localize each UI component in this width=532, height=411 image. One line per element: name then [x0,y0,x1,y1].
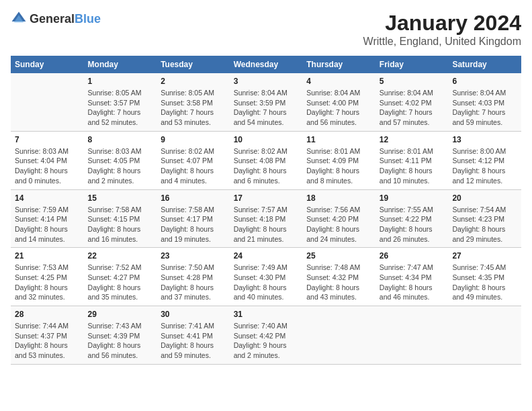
day-info: Sunrise: 7:52 AMSunset: 4:27 PMDaylight:… [88,263,153,302]
day-number: 31 [234,310,299,319]
calendar-cell: 15Sunrise: 7:58 AMSunset: 4:15 PMDayligh… [84,189,157,248]
calendar-cell: 5Sunrise: 8:04 AMSunset: 4:02 PMDaylight… [375,73,449,131]
calendar-cell [448,306,521,365]
day-info: Sunrise: 7:45 AMSunset: 4:35 PMDaylight:… [452,263,517,302]
day-number: 5 [380,77,445,86]
calendar-cell: 30Sunrise: 7:41 AMSunset: 4:41 PMDayligh… [157,306,230,365]
day-info: Sunrise: 8:04 AMSunset: 4:02 PMDaylight:… [380,88,445,128]
calendar-cell: 2Sunrise: 8:05 AMSunset: 3:58 PMDaylight… [157,73,230,131]
day-info: Sunrise: 8:02 AMSunset: 4:08 PMDaylight:… [234,146,299,186]
day-header: Thursday [302,56,375,73]
day-info: Sunrise: 8:03 AMSunset: 4:05 PMDaylight:… [88,146,153,186]
day-number: 14 [15,193,80,203]
day-number: 17 [234,193,299,203]
day-number: 10 [234,135,299,144]
day-number: 19 [380,193,445,203]
calendar-week-row: 1Sunrise: 8:05 AMSunset: 3:57 PMDaylight… [11,73,521,131]
day-info: Sunrise: 7:40 AMSunset: 4:42 PMDaylight:… [234,321,299,361]
day-number: 2 [161,77,226,86]
day-header: Tuesday [157,56,230,73]
day-info: Sunrise: 7:54 AMSunset: 4:23 PMDaylight:… [452,205,517,244]
day-info: Sunrise: 7:59 AMSunset: 4:14 PMDaylight:… [15,205,80,244]
day-number: 27 [452,251,517,261]
day-header: Monday [84,56,157,73]
calendar-cell: 10Sunrise: 8:02 AMSunset: 4:08 PMDayligh… [230,131,303,189]
day-number: 18 [306,193,371,203]
day-info: Sunrise: 7:47 AMSunset: 4:34 PMDaylight:… [380,263,445,302]
day-number: 1 [88,77,153,86]
calendar-cell: 12Sunrise: 8:01 AMSunset: 4:11 PMDayligh… [375,131,449,189]
day-number: 23 [161,251,226,261]
day-info: Sunrise: 7:58 AMSunset: 4:17 PMDaylight:… [161,205,226,244]
day-number: 25 [306,251,371,261]
day-number: 20 [452,193,517,203]
calendar-cell: 4Sunrise: 8:04 AMSunset: 4:00 PMDaylight… [302,73,375,131]
day-info: Sunrise: 7:58 AMSunset: 4:15 PMDaylight:… [88,205,153,244]
logo-general: GeneralBlue [30,12,101,26]
header: GeneralBlue January 2024 Writtle, Englan… [11,11,521,48]
calendar-cell: 16Sunrise: 7:58 AMSunset: 4:17 PMDayligh… [157,189,230,248]
day-info: Sunrise: 8:01 AMSunset: 4:09 PMDaylight:… [306,146,371,186]
calendar-cell: 14Sunrise: 7:59 AMSunset: 4:14 PMDayligh… [11,189,84,248]
day-number: 26 [380,251,445,261]
day-number: 15 [88,193,153,203]
calendar-cell: 31Sunrise: 7:40 AMSunset: 4:42 PMDayligh… [230,306,303,365]
day-number: 16 [161,193,226,203]
calendar-cell: 25Sunrise: 7:48 AMSunset: 4:32 PMDayligh… [302,248,375,306]
calendar-cell: 1Sunrise: 8:05 AMSunset: 3:57 PMDaylight… [84,73,157,131]
day-number: 9 [161,135,226,144]
day-number: 21 [15,251,80,261]
day-number: 24 [234,251,299,261]
day-info: Sunrise: 7:44 AMSunset: 4:37 PMDaylight:… [15,321,80,361]
calendar-cell [11,73,84,131]
main-title: January 2024 [363,11,521,36]
calendar-cell [375,306,449,365]
day-info: Sunrise: 8:00 AMSunset: 4:12 PMDaylight:… [452,146,517,186]
logo-icon [11,11,27,27]
day-info: Sunrise: 8:04 AMSunset: 4:00 PMDaylight:… [306,88,371,128]
calendar-cell: 22Sunrise: 7:52 AMSunset: 4:27 PMDayligh… [84,248,157,306]
title-area: January 2024 Writtle, England, United Ki… [363,11,521,48]
day-info: Sunrise: 8:04 AMSunset: 4:03 PMDaylight:… [452,88,517,128]
calendar-cell: 9Sunrise: 8:02 AMSunset: 4:07 PMDaylight… [157,131,230,189]
calendar-cell: 17Sunrise: 7:57 AMSunset: 4:18 PMDayligh… [230,189,303,248]
day-info: Sunrise: 7:41 AMSunset: 4:41 PMDaylight:… [161,321,226,361]
day-number: 4 [306,77,371,86]
calendar-cell: 20Sunrise: 7:54 AMSunset: 4:23 PMDayligh… [448,189,521,248]
calendar-header-row: SundayMondayTuesdayWednesdayThursdayFrid… [11,56,521,73]
calendar-cell: 29Sunrise: 7:43 AMSunset: 4:39 PMDayligh… [84,306,157,365]
day-info: Sunrise: 7:48 AMSunset: 4:32 PMDaylight:… [306,263,371,302]
day-number: 11 [306,135,371,144]
calendar-cell: 19Sunrise: 7:55 AMSunset: 4:22 PMDayligh… [375,189,449,248]
day-info: Sunrise: 7:50 AMSunset: 4:28 PMDaylight:… [161,263,226,302]
day-info: Sunrise: 8:05 AMSunset: 3:57 PMDaylight:… [88,88,153,128]
day-info: Sunrise: 7:57 AMSunset: 4:18 PMDaylight:… [234,205,299,244]
calendar-week-row: 28Sunrise: 7:44 AMSunset: 4:37 PMDayligh… [11,306,521,365]
calendar-cell: 6Sunrise: 8:04 AMSunset: 4:03 PMDaylight… [448,73,521,131]
calendar-cell: 27Sunrise: 7:45 AMSunset: 4:35 PMDayligh… [448,248,521,306]
day-number: 12 [380,135,445,144]
calendar-cell [302,306,375,365]
calendar-cell: 28Sunrise: 7:44 AMSunset: 4:37 PMDayligh… [11,306,84,365]
day-header: Friday [375,56,449,73]
day-info: Sunrise: 7:49 AMSunset: 4:30 PMDaylight:… [234,263,299,302]
day-number: 8 [88,135,153,144]
calendar-cell: 13Sunrise: 8:00 AMSunset: 4:12 PMDayligh… [448,131,521,189]
day-info: Sunrise: 8:01 AMSunset: 4:11 PMDaylight:… [380,146,445,186]
day-number: 7 [15,135,80,144]
subtitle: Writtle, England, United Kingdom [363,36,521,48]
day-info: Sunrise: 8:04 AMSunset: 3:59 PMDaylight:… [234,88,299,128]
calendar-cell: 23Sunrise: 7:50 AMSunset: 4:28 PMDayligh… [157,248,230,306]
calendar-week-row: 14Sunrise: 7:59 AMSunset: 4:14 PMDayligh… [11,189,521,248]
calendar-week-row: 7Sunrise: 8:03 AMSunset: 4:04 PMDaylight… [11,131,521,189]
day-number: 6 [452,77,517,86]
day-info: Sunrise: 7:53 AMSunset: 4:25 PMDaylight:… [15,263,80,302]
day-number: 29 [88,310,153,319]
day-number: 13 [452,135,517,144]
day-header: Sunday [11,56,84,73]
day-number: 22 [88,251,153,261]
day-info: Sunrise: 8:03 AMSunset: 4:04 PMDaylight:… [15,146,80,186]
day-header: Wednesday [230,56,303,73]
day-info: Sunrise: 7:43 AMSunset: 4:39 PMDaylight:… [88,321,153,361]
calendar-cell: 7Sunrise: 8:03 AMSunset: 4:04 PMDaylight… [11,131,84,189]
